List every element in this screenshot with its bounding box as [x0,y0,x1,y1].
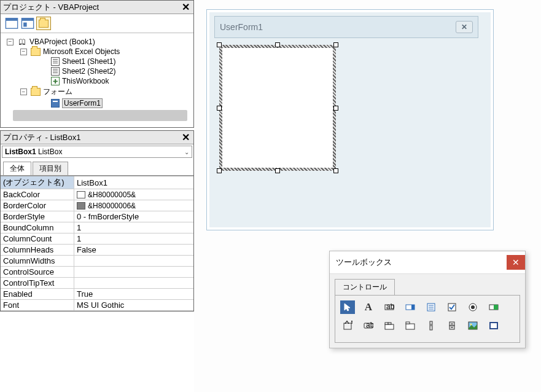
folder-icon [39,20,49,28]
tab-alphabetic[interactable]: 全体 [3,162,31,175]
prop-border-style[interactable]: BorderStyle0 - fmBorderStyle [1,211,193,222]
textbox-tool[interactable]: ab| [382,300,397,314]
svg-point-15 [471,305,475,309]
multipage-tool[interactable] [403,319,418,332]
scrollbar-tool[interactable] [424,319,438,332]
designer-frame: UserForm1 ✕ [206,9,494,230]
view-object-button[interactable] [20,17,35,30]
svg-rect-34 [491,323,497,328]
listbox-control[interactable] [222,48,333,168]
toolbox-controls: A ab| XY ab [335,295,520,343]
resize-handle-e[interactable] [333,106,338,111]
svg-rect-25 [406,324,415,329]
pointer-tool[interactable] [340,300,355,314]
toolbox-body: コントロール A ab| XY ab [330,274,525,348]
resize-handle-nw[interactable] [217,42,222,47]
prop-back-color[interactable]: BackColor&H80000005& [1,189,193,200]
resize-handle-w[interactable] [217,106,222,111]
svg-rect-1 [6,18,17,21]
commandbutton-tool[interactable]: ab [361,319,376,332]
prop-column-widths[interactable]: ColumnWidths [1,256,193,267]
tree-workbook[interactable]: ThisWorkbook [7,76,191,86]
prop-object-name[interactable]: (オブジェクト名)ListBox1 [1,176,193,189]
object-name: ListBox1 [5,147,36,156]
toggle-folders-button[interactable] [36,17,51,30]
toolbox-close-button[interactable]: ✕ [507,255,525,270]
collapse-icon[interactable]: − [7,39,14,45]
checkbox-tool[interactable] [445,300,459,314]
prop-bound-column[interactable]: BoundColumn1 [1,222,193,233]
svg-rect-28 [430,324,432,326]
prop-font[interactable]: FontMS UI Gothic [1,300,193,311]
frame-tool[interactable]: XY [340,319,355,332]
prop-column-count[interactable]: ColumnCount1 [1,233,193,245]
svg-rect-23 [385,323,388,324]
toolbox-window[interactable]: ツールボックス ✕ コントロール A ab| XY ab [329,251,526,348]
project-tree: −🕮VBAProject (Book1) −Microsoft Excel Ob… [1,33,193,127]
svg-rect-17 [494,305,498,310]
prop-border-color[interactable]: BorderColor&H80000006& [1,200,193,211]
svg-rect-8 [411,305,415,310]
tabstrip-tool[interactable] [382,319,397,332]
prop-column-heads[interactable]: ColumnHeadsFalse [1,245,193,256]
listbox-tool[interactable] [424,300,438,314]
tree-forms-folder[interactable]: −フォーム [7,86,191,98]
userform-titlebar[interactable]: UserForm1 ✕ [214,16,478,38]
userform-close-button[interactable]: ✕ [456,21,473,33]
project-pane-close-icon[interactable]: ✕ [180,2,191,13]
view-code-button[interactable] [4,17,19,30]
vba-project-icon: 🕮 [17,37,27,46]
prop-enabled[interactable]: EnabledTrue [1,289,193,300]
resize-handle-n[interactable] [275,42,280,47]
resize-handle-sw[interactable] [217,168,222,173]
label-tool[interactable]: A [361,300,376,314]
svg-text:ab|: ab| [386,302,394,311]
folder-icon [31,48,41,56]
tree-userform1[interactable]: UserForm1 [7,98,191,109]
resize-handle-se[interactable] [333,168,338,173]
project-toolbar [1,14,193,33]
tree-excel-objects[interactable]: −Microsoft Excel Objects [7,47,191,57]
prop-control-source[interactable]: ControlSource [1,267,193,278]
properties-close-icon[interactable]: ✕ [180,132,191,143]
workbook-icon [51,77,60,85]
project-pane-header: プロジェクト - VBAProject ✕ [1,1,193,14]
svg-text:XY: XY [344,321,352,326]
togglebutton-tool[interactable] [486,300,501,314]
optionbutton-tool[interactable] [465,300,480,314]
tree-sheet2[interactable]: Sheet2 (Sheet2) [7,66,191,76]
tree-sheet1-label: Sheet1 (Sheet1) [62,57,115,66]
resize-handle-s[interactable] [275,168,280,173]
prop-control-tip-text[interactable]: ControlTipText [1,278,193,289]
properties-tabs: 全体 項目別 [1,159,193,176]
collapse-icon[interactable]: − [20,49,27,55]
combobox-tool[interactable] [403,300,418,314]
userform-title: UserForm1 [220,22,263,32]
refedit-tool[interactable] [486,319,501,332]
userform-designer[interactable]: UserForm1 ✕ [209,12,491,227]
toolbox-header[interactable]: ツールボックス ✕ [330,251,525,274]
project-explorer-pane: プロジェクト - VBAProject ✕ −🕮VBAProject (Book… [0,0,194,128]
object-type: ListBox [38,147,62,156]
toolbox-tab-controls[interactable]: コントロール [335,279,395,295]
resize-handle-ne[interactable] [333,42,338,47]
spinbutton-tool[interactable] [445,319,459,332]
toolbox-title: ツールボックス [336,257,392,268]
image-tool[interactable] [465,319,480,332]
project-pane-title: プロジェクト - VBAProject [3,2,99,13]
tree-sheet1[interactable]: Sheet1 (Sheet1) [7,57,191,66]
properties-title: プロパティ - ListBox1 [3,132,80,143]
tab-categorized[interactable]: 項目別 [33,162,68,175]
form-icon [51,99,60,108]
tree-h-scrollbar[interactable] [13,110,187,121]
object-selector[interactable]: ListBox1 ListBox ⌄ [2,146,192,158]
tree-excel-objects-label: Microsoft Excel Objects [43,47,120,56]
folder-icon [31,88,41,96]
listbox-selection[interactable] [219,45,336,171]
collapse-icon[interactable]: − [20,88,27,95]
tree-sheet2-label: Sheet2 (Sheet2) [62,67,115,76]
properties-pane: プロパティ - ListBox1 ✕ ListBox1 ListBox ⌄ 全体… [0,130,194,312]
properties-header: プロパティ - ListBox1 ✕ [1,131,193,144]
property-grid: (オブジェクト名)ListBox1 BackColor&H80000005& B… [1,176,193,311]
svg-rect-3 [21,18,33,21]
